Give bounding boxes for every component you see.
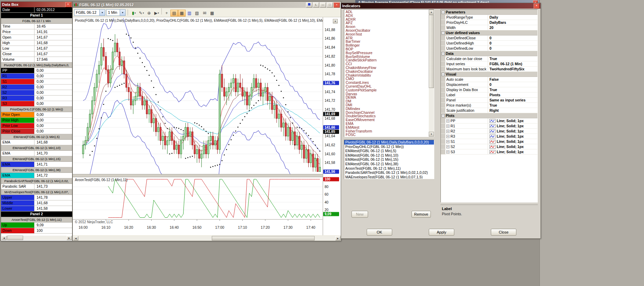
scroll-left-icon[interactable]: ◀ [1, 236, 7, 240]
collapse-icon[interactable]: − [442, 114, 445, 117]
maximize-button[interactable]: □ [327, 2, 333, 8]
data-box-titlebar[interactable]: Data Box × [1, 2, 72, 7]
property-row[interactable]: PivotRangeTypeDaily [441, 15, 537, 20]
chart-titlebar[interactable]: FGBL 06-12 (1 Min) 02.05.2012 L — □ × [73, 2, 341, 8]
available-indicator-item[interactable]: ChaikinVolatility [345, 73, 428, 77]
chart-hscrollbar[interactable]: ◀ ▶ [73, 236, 340, 240]
available-indicator-item[interactable]: EaseOfMovement [345, 118, 428, 122]
expand-icon[interactable]: + [446, 145, 449, 148]
available-indicator-item[interactable]: AroonOscillator [345, 29, 428, 32]
scroll-right-icon[interactable]: ▶ [67, 236, 72, 240]
zoom-button[interactable]: ⊕ [145, 10, 153, 17]
property-category[interactable]: −User defined values [441, 30, 537, 36]
property-value[interactable]: 20 [488, 25, 537, 30]
expand-icon[interactable]: + [446, 125, 449, 128]
property-value[interactable]: Same as input series [488, 98, 537, 102]
property-value[interactable]: TwoHundredFiftySix [488, 67, 537, 71]
configured-indicator-item[interactable]: AroonTest(FGBL 06-12 (1 Min),11) [344, 166, 434, 171]
property-row[interactable]: Auto scaleFalse [441, 77, 537, 82]
available-indicator-item[interactable]: CustomPlotSample [345, 88, 428, 92]
configured-indicator-item[interactable]: Pivots(FGBL 06-12 (1 Min),Daily,DailyBar… [344, 140, 434, 145]
property-value[interactable]: Daily [488, 15, 537, 20]
configured-indicator-item[interactable]: ParabolicSARTest(FGBL 06-12 (1 Min),0,02… [344, 170, 434, 175]
scroll-left-icon[interactable]: ◀ [73, 236, 78, 240]
chart-area[interactable]: Pivots(FGBL 06-12 (1 Min),Daily,DailyBar… [73, 17, 341, 235]
available-indicator-item[interactable]: CandleStickPattern [345, 58, 428, 62]
property-value[interactable]: True [488, 56, 537, 61]
available-list-vscrollbar[interactable]: ▲ ▼ [429, 10, 434, 137]
minimize-button[interactable]: — [320, 2, 326, 8]
instrument-selector[interactable]: FGBL 06-12 ▾ [74, 9, 105, 16]
available-indicator-item[interactable]: DonchianChannel [345, 111, 428, 115]
property-row[interactable]: +R1Line; Solid; 1px [441, 124, 537, 129]
available-list-scroll-thumb[interactable] [429, 15, 434, 88]
property-row[interactable]: Displacement0 [441, 82, 537, 87]
configured-indicator-item[interactable]: EMAtest(FGBL 06-12 (1 Min),10) [344, 153, 434, 158]
data-box-scroll-thumb[interactable] [7, 236, 23, 240]
remove-button[interactable]: Remove [412, 211, 431, 218]
available-indicator-item[interactable]: ADXR [345, 18, 428, 21]
chart-style-button[interactable]: ▮▾ [130, 10, 138, 17]
available-indicator-item[interactable]: ConstantLines [345, 81, 428, 85]
properties-button[interactable]: ▩ [208, 10, 216, 17]
property-row[interactable]: UserDefinedLow0 [441, 46, 537, 51]
property-value[interactable]: Line; Solid; 1px [488, 149, 537, 154]
chart-scroll-thumb[interactable] [212, 236, 315, 240]
property-value[interactable]: 0 [488, 82, 537, 87]
property-value[interactable]: 0 [488, 46, 537, 51]
property-value[interactable]: True [488, 87, 537, 92]
data-box-scroll-track[interactable] [7, 236, 67, 240]
available-indicator-item[interactable]: EMA [345, 122, 428, 126]
property-row[interactable]: Maximum bars look backTwoHundredFiftySix [441, 67, 537, 72]
property-category[interactable]: −Visual [441, 72, 537, 77]
scroll-right-icon[interactable]: ▶ [335, 236, 340, 240]
property-value[interactable]: Line; Solid; 1px [488, 134, 537, 139]
expand-icon[interactable]: + [446, 150, 449, 154]
expand-icon[interactable]: + [446, 135, 449, 138]
available-indicator-item[interactable]: CCI [345, 62, 428, 66]
available-indicator-item[interactable]: CurrentDayOHL [345, 85, 428, 88]
available-indicator-item[interactable]: AroonTest [345, 32, 428, 36]
property-value[interactable]: FGBL 06-12 (1 Min) [488, 61, 537, 66]
indicators-dialog-titlebar[interactable]: Indicators × [341, 3, 541, 9]
drawing-tools-button[interactable]: ✎▾ [138, 10, 145, 17]
data-box-close-button[interactable]: × [65, 2, 71, 7]
property-row[interactable]: Display in Data BoxTrue [441, 87, 537, 92]
dialog-close-button[interactable]: Close [491, 229, 516, 236]
chart-scroll-track[interactable] [78, 236, 335, 240]
cursor-button[interactable]: ▶▾ [153, 10, 160, 17]
available-indicator-item[interactable]: FOSC [345, 133, 428, 136]
panel-splitter[interactable] [73, 174, 340, 177]
property-category[interactable]: −Data [441, 51, 537, 56]
available-indicator-item[interactable]: ADL [345, 10, 428, 14]
property-category[interactable]: −Plots [441, 113, 537, 118]
property-row[interactable]: Calculate on bar closeTrue [441, 56, 537, 61]
configured-indicator-item[interactable]: EMAtest(FGBL 06-12 (1 Min),5) [344, 149, 434, 153]
property-row[interactable]: +S3Line; Solid; 1px [441, 149, 537, 155]
expand-icon[interactable]: + [446, 130, 449, 133]
alerts-button[interactable]: ✉ [201, 10, 208, 17]
new-button[interactable]: New [351, 211, 368, 218]
configured-indicator-item[interactable]: EMAtest(FGBL 06-12 (1 Min),38) [344, 162, 434, 166]
available-indicator-item[interactable]: FisherTransform [345, 129, 428, 133]
property-row[interactable]: +S2Line; Solid; 1px [441, 144, 537, 149]
property-value[interactable]: Line; Solid; 1px [488, 129, 537, 134]
expand-icon[interactable]: + [446, 140, 449, 143]
available-indicator-item[interactable]: ChaikinOscillator [345, 70, 428, 73]
available-indicator-item[interactable]: Aroon [345, 25, 428, 29]
property-row[interactable]: Input seriesFGBL 06-12 (1 Min) [441, 61, 537, 67]
panel-expand-button[interactable]: ▾ [333, 19, 338, 23]
chevron-down-icon[interactable]: ▾ [99, 10, 105, 16]
chart-canvas[interactable]: Pivots(FGBL 06-12 (1 Min),Daily,DailyBar… [73, 17, 340, 235]
available-indicator-item[interactable]: ADX [345, 14, 428, 18]
available-indicator-item[interactable]: BuySellVolume [345, 55, 428, 59]
available-indicator-item[interactable]: APZ [345, 21, 428, 25]
collapse-icon[interactable]: − [442, 31, 445, 34]
sessions-button[interactable]: ▧ [193, 10, 201, 17]
collapse-icon[interactable]: − [442, 73, 445, 76]
property-value[interactable]: True [488, 103, 537, 108]
available-indicator-item[interactable]: Bollinger [345, 43, 428, 47]
property-value[interactable]: 0 [488, 36, 537, 40]
property-value[interactable]: Pivots [488, 92, 537, 97]
property-row[interactable]: PriorDayHLCDailyBars [441, 20, 537, 25]
